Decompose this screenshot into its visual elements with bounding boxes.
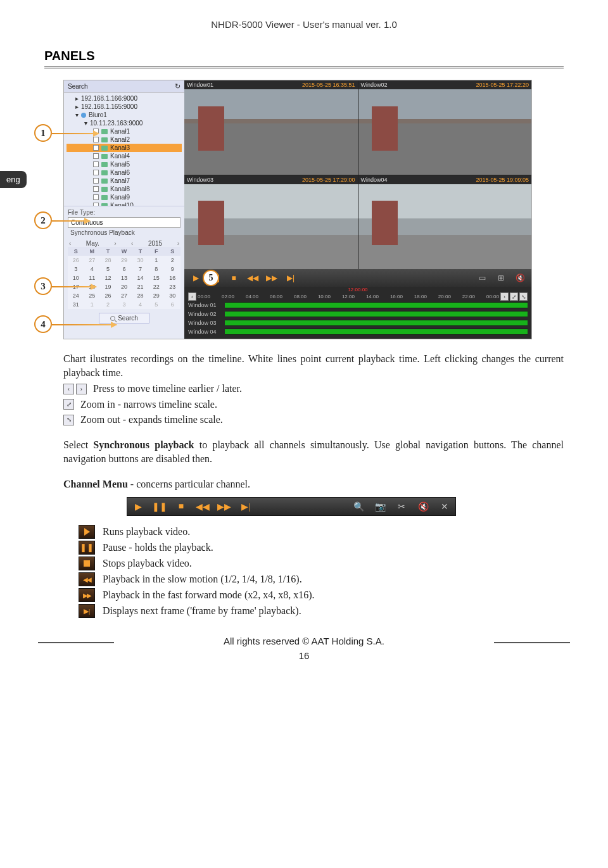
rewind-icon[interactable]: ◀◀ [248,273,258,283]
stop-icon[interactable]: ■ [229,273,239,283]
body-paragraph: Channel Menu - concerns particular chann… [63,477,564,491]
tree-channel[interactable]: Kanał6 [66,168,182,177]
mute-icon[interactable]: 🔇 [417,501,429,512]
timeline-zoomin-icon[interactable]: ⤢ [510,292,518,301]
prev-icon: ‹ [63,384,74,394]
page-number: 16 [44,650,564,661]
next-year-icon[interactable]: › [177,240,179,247]
record-icon[interactable]: ✂ [396,501,407,512]
legend-row: ⤡ Zoom out - expands timeline scale. [63,413,564,427]
app-screenshot: Search ↻ ▸192.168.1.166:9000 ▸192.168.1.… [63,80,532,339]
prev-month-icon[interactable]: ‹ [69,240,71,247]
file-type-label: File Type: [68,209,180,216]
legend-text: Displays next frame ('frame by frame' pl… [103,605,301,617]
tree-channel[interactable]: Kanał4 [66,152,182,160]
legend-row: Runs playback video. [79,525,564,539]
next-icon: › [76,384,87,394]
tree-ip[interactable]: ▾10.11.23.163:9000 [66,119,182,127]
callout-arrow [52,324,117,325]
snapshot-icon[interactable]: 📷 [374,501,386,512]
tree-channel[interactable]: Kanał2 [66,135,182,144]
file-type-section: File Type: Continuous Synchronous Playba… [64,206,184,329]
legend-text: Stops playback video. [103,558,192,569]
calendar[interactable]: SMTWTFS 262728293012 3456789 10111213141… [68,247,180,309]
tree-channel[interactable]: Kanał10 [66,201,182,206]
timeline-prev-icon[interactable]: ‹ [188,292,196,301]
main-area: Window012015-05-25 16:35:51 Window022015… [184,80,531,339]
timeline-next-icon[interactable]: › [500,292,509,301]
video-cell[interactable]: Window012015-05-25 16:35:51 [184,80,358,175]
timeline-zoomout-icon[interactable]: ⤡ [519,292,528,301]
timeline-track[interactable]: Window 03 [184,318,531,327]
legend-text: Press to move timeline earlier / later. [93,382,242,396]
cal-month: May. [86,240,99,247]
timeline-track[interactable]: Window 01 [184,301,531,310]
tree-group[interactable]: ▾Biuro1 [66,111,182,119]
play-icon[interactable]: ▶ [132,501,144,512]
close-icon[interactable]: ✕ [439,501,450,512]
sidebar-header: Search ↻ [64,80,184,93]
play-icon[interactable]: ▶ [191,273,201,283]
legend-text: Playback in the slow motion (1/2, 1/4, 1… [103,574,302,585]
frame-icon[interactable]: ▶| [286,273,296,283]
body-paragraph: Chart ilustrates recordings on the timel… [63,352,564,379]
prev-year-icon[interactable]: ‹ [131,240,133,247]
search-button[interactable]: Search [99,313,149,324]
timeline-track[interactable]: Window 04 [184,327,531,336]
playback-bar: ▶ ❚❚ ■ ◀◀ ▶▶ ▶| ▭ ⊞ 🔇 [184,269,531,287]
frame-icon[interactable]: ▶| [240,501,251,512]
legend-text: Zoom in - narrows timeline scale. [80,398,217,412]
body-paragraph: Select Synchronous playback to playback … [63,438,564,465]
callout-1: 1 [34,124,52,142]
device-tree[interactable]: ▸192.168.1.166:9000 ▸192.168.1.165:9000 … [64,93,184,206]
forward-icon[interactable]: ▶▶ [267,273,277,283]
legend-text: Zoom out - expands timeline scale. [80,413,223,427]
tree-channel-selected[interactable]: Kanał3 [66,144,182,152]
sync-label: Synchronous Playback [70,229,135,236]
single-view-icon[interactable]: ▭ [477,273,487,283]
sidebar: Search ↻ ▸192.168.1.166:9000 ▸192.168.1.… [64,80,184,339]
stop-icon[interactable]: ■ [175,501,187,512]
section-rule [44,66,564,68]
legend-text: Pause - holds the playback. [103,542,213,553]
tree-channel[interactable]: Kanał1 [66,127,182,135]
stop-icon [79,557,95,570]
tree-channel[interactable]: Kanał9 [66,193,182,201]
refresh-icon[interactable]: ↻ [175,82,180,91]
grid-view-icon[interactable]: ⊞ [496,273,506,283]
callout-arrow [52,220,90,222]
timeline-ruler: ‹ 00:0002:0004:0006:0008:0010:0012:0014:… [184,292,531,301]
zoom-icon[interactable]: 🔍 [353,501,364,512]
play-icon [79,525,95,539]
mute-icon[interactable]: 🔇 [515,273,525,283]
rewind-icon: ◀◀ [79,572,95,586]
next-month-icon[interactable]: › [114,240,116,247]
pause-icon[interactable]: ❚❚ [154,501,165,512]
tree-ip[interactable]: ▸192.168.1.166:9000 [66,94,182,103]
video-cell[interactable]: Window022015-05-25 17:22:20 [358,80,532,175]
tree-channel[interactable]: Kanał5 [66,160,182,168]
legend-row: ▶▶Playback in the fast forward mode (x2,… [79,588,564,602]
timeline-track[interactable]: Window 02 [184,310,531,318]
calendar-nav[interactable]: ‹May.› ‹2015› [68,240,180,247]
tree-channel[interactable]: Kanał8 [66,185,182,193]
legend-row: ❚❚Pause - holds the playback. [79,541,564,555]
legend-row: ⤢ Zoom in - narrows timeline scale. [63,398,564,412]
video-grid: Window012015-05-25 16:35:51 Window022015… [184,80,531,269]
forward-icon[interactable]: ▶▶ [218,501,230,512]
frame-icon: ▶| [79,604,95,618]
sync-playback-row[interactable]: Synchronous Playback [68,228,180,240]
section-title: PANELS [44,49,564,63]
video-cell[interactable]: Window042015-05-25 19:09:05 [358,175,532,270]
callout-arrow [52,286,96,287]
footer-text: All rights reserved © AAT Holding S.A. [224,636,384,646]
video-cell[interactable]: Window032015-05-25 17:29:00 [184,175,358,270]
tree-channel[interactable]: Kanał7 [66,177,182,185]
callout-5: 5 [203,270,219,286]
rewind-icon[interactable]: ◀◀ [197,501,208,512]
timeline[interactable]: 12:00:00 ‹ 00:0002:0004:0006:0008:0010:0… [184,287,531,339]
cal-year: 2015 [148,240,162,247]
callouts: 1 2 3 4 [34,80,63,339]
legend-row: Stops playback video. [79,557,564,570]
tree-ip[interactable]: ▸192.168.1.165:9000 [66,103,182,111]
